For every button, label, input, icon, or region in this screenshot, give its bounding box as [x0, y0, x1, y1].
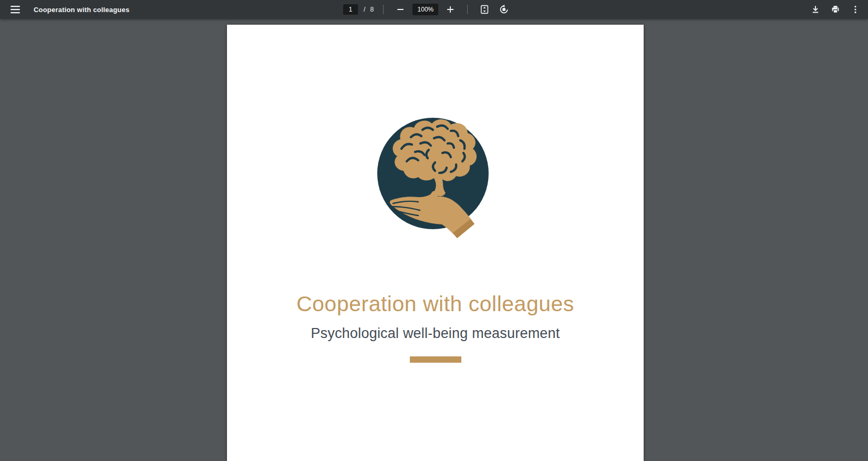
fit-page-button[interactable] — [477, 2, 492, 17]
toolbar-document-title: Cooperation with colleagues — [34, 6, 129, 14]
toolbar-right-group — [808, 2, 868, 17]
pdf-page-1: Cooperation with colleagues Psychologica… — [227, 25, 644, 461]
plus-icon — [446, 5, 455, 14]
title-accent-bar — [410, 356, 461, 363]
page-separator: / — [364, 6, 365, 13]
menu-button[interactable] — [8, 2, 23, 17]
kebab-icon — [851, 5, 860, 14]
print-button[interactable] — [828, 2, 843, 17]
toolbar-center-controls: / 8 100% — [343, 0, 511, 19]
pdf-viewer-area[interactable]: Cooperation with colleagues Psychologica… — [0, 19, 868, 461]
brain-in-hand-logo — [370, 113, 496, 244]
pdf-toolbar: Cooperation with colleagues / 8 100% — [0, 0, 868, 19]
document-subtitle: Psychological well-being measurement — [227, 325, 644, 342]
rotate-ccw-icon — [499, 5, 509, 14]
download-button[interactable] — [808, 2, 823, 17]
document-title: Cooperation with colleagues — [227, 292, 644, 316]
more-options-button[interactable] — [848, 2, 863, 17]
page-count-label: 8 — [370, 6, 374, 13]
zoom-level-display[interactable]: 100% — [413, 4, 439, 15]
minus-icon — [396, 5, 406, 14]
page-number-input[interactable] — [343, 4, 358, 15]
toolbar-divider — [467, 5, 468, 14]
zoom-out-button[interactable] — [394, 2, 408, 17]
fit-page-icon — [480, 5, 489, 14]
zoom-in-button[interactable] — [443, 2, 458, 17]
toolbar-divider — [384, 5, 384, 14]
rotate-button[interactable] — [497, 2, 511, 17]
download-icon — [811, 5, 820, 14]
hamburger-icon — [10, 5, 20, 14]
toolbar-left-group: Cooperation with colleagues — [0, 2, 129, 17]
printer-icon — [831, 5, 840, 14]
